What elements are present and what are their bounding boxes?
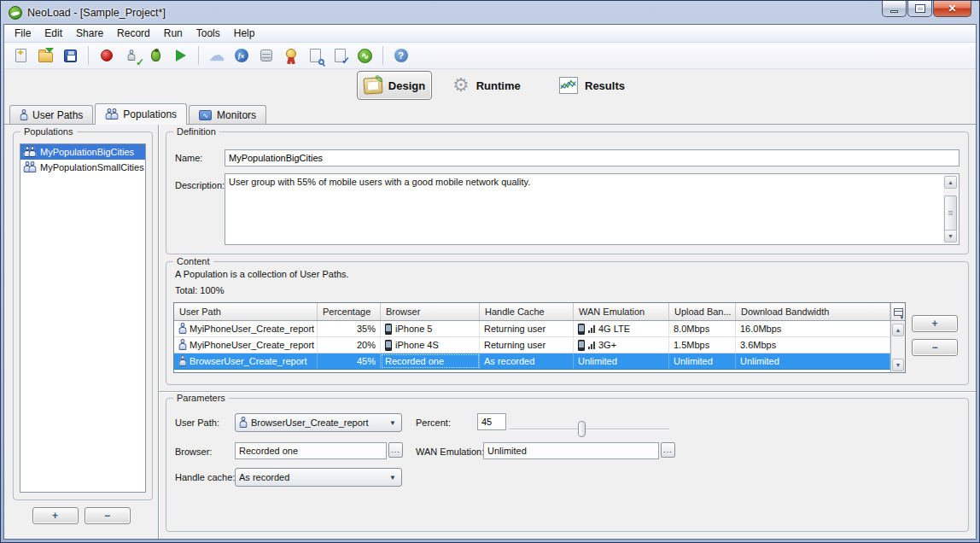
monitor-wave-icon: ∿: [199, 110, 212, 120]
col-download-bandwidth[interactable]: Download Bandwidth: [736, 303, 890, 320]
chevron-down-icon: ▼: [389, 419, 398, 427]
menu-run[interactable]: Run: [157, 26, 190, 41]
wan-browse-button[interactable]: ...: [661, 442, 675, 458]
cloud-button[interactable]: ☁: [205, 44, 228, 67]
menu-share[interactable]: Share: [69, 26, 110, 41]
magnifier-icon: [318, 59, 324, 65]
tab-populations[interactable]: Populations: [95, 103, 187, 125]
list-item-population[interactable]: MyPopulationSmallCities: [20, 160, 145, 175]
percent-slider[interactable]: [509, 421, 669, 437]
toolbar-separator: [88, 46, 89, 65]
populations-panel: Populations MyPopulationBigCities MyPopu…: [4, 125, 159, 539]
check-user-path-button[interactable]: ✓: [120, 44, 143, 67]
save-button[interactable]: [59, 44, 82, 67]
table-row[interactable]: MyiPhoneUser_Create_report 35% iPhone 5 …: [174, 321, 890, 337]
save-icon: [64, 50, 77, 62]
record-button[interactable]: [95, 44, 118, 67]
populations-group-title: Populations: [20, 126, 77, 137]
minimize-button[interactable]: [882, 1, 907, 17]
phone-icon: [385, 340, 392, 351]
scroll-down-icon[interactable]: ▼: [892, 359, 904, 371]
menu-tools[interactable]: Tools: [190, 26, 227, 41]
col-wan-emulation[interactable]: WAN Emulation: [574, 303, 669, 320]
table-scrollbar[interactable]: ▲ ▼: [890, 303, 905, 372]
table-actions: + −: [912, 315, 958, 363]
scroll-up-icon[interactable]: ▲: [944, 176, 957, 189]
close-icon: ✕: [948, 3, 956, 15]
results-mode-button[interactable]: Results: [559, 71, 625, 100]
new-project-button[interactable]: ✦: [9, 44, 32, 67]
gears-icon: ⚙: [452, 76, 470, 95]
certificate-button[interactable]: [279, 44, 302, 67]
database-button[interactable]: [254, 44, 277, 67]
handle-cache-value: As recorded: [239, 472, 289, 482]
check-icon: ✓: [136, 56, 144, 68]
user-path-select[interactable]: BrowserUser_Create_report ▼: [235, 413, 402, 432]
tab-user-paths-label: User Paths: [32, 109, 83, 121]
scroll-up-icon[interactable]: ▲: [892, 324, 904, 336]
column-picker-button[interactable]: [891, 303, 905, 321]
col-handle-cache[interactable]: Handle Cache: [480, 303, 574, 320]
debug-button[interactable]: [144, 44, 167, 67]
description-scrollbar[interactable]: ▲ ▼: [943, 175, 958, 243]
blue-check-icon: ✓: [341, 55, 350, 67]
menu-file[interactable]: File: [8, 26, 38, 41]
tab-user-paths[interactable]: User Paths: [9, 105, 93, 124]
populations-group: Populations MyPopulationBigCities MyPopu…: [13, 131, 153, 500]
remove-user-path-button[interactable]: −: [912, 339, 958, 356]
content-group-title: Content: [173, 256, 213, 266]
help-button[interactable]: ?: [389, 44, 412, 67]
description-textarea[interactable]: User group with 55% of mobile users with…: [225, 173, 960, 245]
maximize-button[interactable]: [907, 1, 932, 17]
browser-field[interactable]: Recorded one: [235, 442, 387, 459]
toolbar-separator: [382, 46, 383, 65]
validate-user-icon: [127, 50, 135, 61]
phone-icon: [578, 340, 585, 351]
col-browser[interactable]: Browser: [381, 303, 480, 320]
col-percentage[interactable]: Percentage: [318, 303, 381, 320]
table-row[interactable]: MyiPhoneUser_Create_report 20% iPhone 4S…: [174, 337, 890, 353]
menu-edit[interactable]: Edit: [38, 26, 69, 41]
scrollbar-thumb[interactable]: [944, 196, 957, 231]
phone-icon: [385, 324, 392, 335]
col-upload-bandwidth[interactable]: Upload Ban...: [669, 303, 736, 320]
populations-list[interactable]: MyPopulationBigCities MyPopulationSmallC…: [20, 143, 146, 493]
results-chart-icon: [559, 77, 578, 94]
minimize-icon: [890, 10, 898, 13]
remove-population-button[interactable]: −: [85, 507, 131, 524]
tab-strip: User Paths Populations ∿ Monitors: [4, 102, 976, 124]
table-row-selected[interactable]: BrowserUser_Create_report 45% Recorded o…: [174, 353, 890, 370]
tab-monitors[interactable]: ∿ Monitors: [189, 105, 266, 124]
design-label: Design: [388, 79, 425, 92]
design-mode-button[interactable]: Design: [357, 71, 432, 100]
add-population-button[interactable]: +: [32, 507, 79, 524]
list-item-population[interactable]: MyPopulationBigCities: [20, 144, 145, 160]
design-icon: [363, 77, 382, 94]
slider-thumb[interactable]: [578, 421, 586, 437]
verify-button[interactable]: ✓: [329, 44, 352, 67]
percent-input[interactable]: [477, 413, 506, 430]
menu-record[interactable]: Record: [110, 26, 157, 41]
run-test-button[interactable]: [169, 44, 192, 67]
search-report-button[interactable]: [304, 44, 327, 67]
handle-cache-select[interactable]: As recorded ▼: [235, 468, 402, 487]
signal-bars-icon: [588, 341, 595, 349]
parameters-group-title: Parameters: [173, 393, 229, 403]
name-input[interactable]: [225, 149, 960, 166]
wan-emulation-field[interactable]: Unlimited: [483, 442, 659, 459]
menu-help[interactable]: Help: [227, 26, 262, 41]
monitor-button[interactable]: ∿: [353, 44, 376, 67]
fx-icon: fx: [235, 49, 248, 62]
add-user-path-button[interactable]: +: [912, 315, 958, 332]
runtime-mode-button[interactable]: ⚙ Runtime: [452, 71, 521, 100]
content-group: Content A Population is a collection of …: [166, 261, 969, 385]
close-button[interactable]: ✕: [933, 1, 971, 17]
functions-button[interactable]: fx: [230, 44, 253, 67]
open-project-button[interactable]: [34, 44, 57, 67]
title-bar[interactable]: NeoLoad - [Sample_Project*] ✕: [1, 1, 979, 24]
description-text: User group with 55% of mobile users with…: [229, 177, 938, 187]
browser-browse-button[interactable]: ...: [388, 442, 403, 458]
col-user-path[interactable]: User Path: [174, 303, 318, 320]
content-total-text: Total: 100%: [175, 285, 224, 295]
scroll-down-icon[interactable]: ▼: [944, 230, 957, 242]
